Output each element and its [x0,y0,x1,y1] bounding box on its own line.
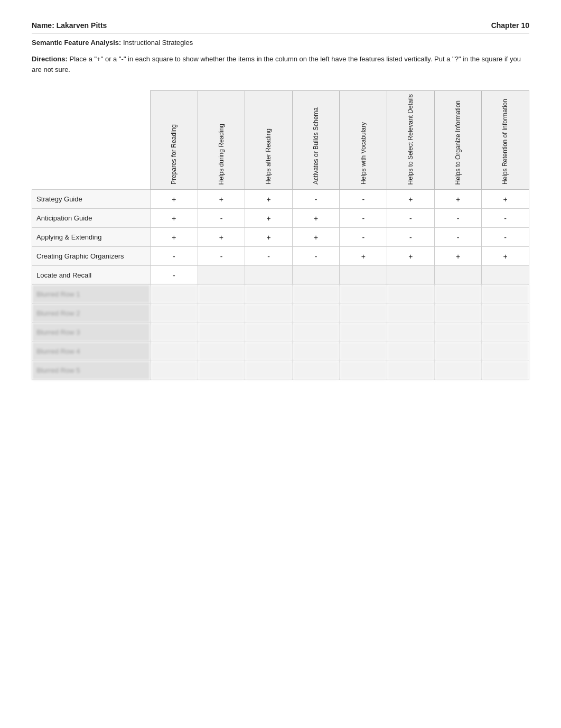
cell-9-1[interactable] [198,361,245,380]
subtitle-row: Semantic Feature Analysis: Instructional… [32,39,529,47]
cell-0-1[interactable]: + [198,190,245,209]
cell-8-4[interactable] [340,342,387,361]
row-label-8: Blurred Row 4 [32,342,151,361]
cell-1-5[interactable]: - [387,209,435,228]
cell-4-3[interactable] [292,266,340,285]
row-label-9: Blurred Row 5 [32,361,151,380]
cell-9-4[interactable] [340,361,387,380]
cell-2-1[interactable]: + [198,228,245,247]
cell-1-3[interactable]: + [292,209,340,228]
cell-2-4[interactable]: - [340,228,387,247]
cell-6-2[interactable] [245,304,293,323]
cell-4-2[interactable] [245,266,293,285]
cell-8-0[interactable] [151,342,198,361]
cell-2-3[interactable]: + [292,228,340,247]
row-label-7: Blurred Row 3 [32,323,151,342]
cell-0-7[interactable]: + [482,190,529,209]
cell-9-2[interactable] [245,361,293,380]
cell-8-2[interactable] [245,342,293,361]
cell-8-1[interactable] [198,342,245,361]
cell-5-3[interactable] [292,285,340,304]
cell-6-0[interactable] [151,304,198,323]
cell-1-0[interactable]: + [151,209,198,228]
cell-6-3[interactable] [292,304,340,323]
cell-6-5[interactable] [387,304,435,323]
cell-5-0[interactable] [151,285,198,304]
row-label-6: Blurred Row 2 [32,304,151,323]
row-label-0: Strategy Guide [32,190,151,209]
cell-9-0[interactable] [151,361,198,380]
cell-7-3[interactable] [292,323,340,342]
cell-8-3[interactable] [292,342,340,361]
cell-7-0[interactable] [151,323,198,342]
table-row: Anticipation Guide+-++---- [32,209,529,228]
cell-2-7[interactable]: - [482,228,529,247]
table-row: Blurred Row 4 [32,342,529,361]
cell-3-0[interactable]: - [151,247,198,266]
cell-3-6[interactable]: + [434,247,482,266]
directions-normal: Place a "+" or a "-" in each square to s… [32,55,521,73]
cell-7-4[interactable] [340,323,387,342]
cell-8-7[interactable] [482,342,529,361]
cell-7-5[interactable] [387,323,435,342]
cell-6-7[interactable] [482,304,529,323]
cell-3-1[interactable]: - [198,247,245,266]
cell-3-7[interactable]: + [482,247,529,266]
empty-header-cell [32,91,151,190]
cell-6-4[interactable] [340,304,387,323]
cell-8-6[interactable] [434,342,482,361]
col-header-2: Helps after Reading [245,91,293,190]
cell-0-5[interactable]: + [387,190,435,209]
cell-7-2[interactable] [245,323,293,342]
cell-1-1[interactable]: - [198,209,245,228]
cell-5-4[interactable] [340,285,387,304]
cell-4-4[interactable] [340,266,387,285]
cell-3-3[interactable]: - [292,247,340,266]
table-row: Applying & Extending++++---- [32,228,529,247]
cell-3-2[interactable]: - [245,247,293,266]
cell-1-4[interactable]: - [340,209,387,228]
cell-3-4[interactable]: + [340,247,387,266]
cell-2-2[interactable]: + [245,228,293,247]
cell-5-2[interactable] [245,285,293,304]
cell-1-7[interactable]: - [482,209,529,228]
cell-2-6[interactable]: - [434,228,482,247]
row-label-3: Creating Graphic Organizers [32,247,151,266]
cell-7-7[interactable] [482,323,529,342]
cell-0-6[interactable]: + [434,190,482,209]
cell-6-1[interactable] [198,304,245,323]
cell-9-3[interactable] [292,361,340,380]
cell-1-2[interactable]: + [245,209,293,228]
col-header-0: Prepares for Reading [151,91,198,190]
cell-9-5[interactable] [387,361,435,380]
cell-7-6[interactable] [434,323,482,342]
cell-2-5[interactable]: - [387,228,435,247]
header-section: Name: Lakarven Pitts Chapter 10 [32,21,529,33]
cell-4-7[interactable] [482,266,529,285]
row-label-4: Locate and Recall [32,266,151,285]
row-label-5: Blurred Row 1 [32,285,151,304]
row-label-2: Applying & Extending [32,228,151,247]
cell-4-1[interactable] [198,266,245,285]
cell-0-4[interactable]: - [340,190,387,209]
cell-4-5[interactable] [387,266,435,285]
cell-5-7[interactable] [482,285,529,304]
col-header-6: Helps to Organize Information [434,91,482,190]
cell-4-0[interactable]: - [151,266,198,285]
cell-7-1[interactable] [198,323,245,342]
cell-5-1[interactable] [198,285,245,304]
cell-0-3[interactable]: - [292,190,340,209]
cell-9-7[interactable] [482,361,529,380]
cell-9-6[interactable] [434,361,482,380]
cell-2-0[interactable]: + [151,228,198,247]
cell-0-0[interactable]: + [151,190,198,209]
cell-0-2[interactable]: + [245,190,293,209]
cell-6-6[interactable] [434,304,482,323]
cell-4-6[interactable] [434,266,482,285]
cell-5-5[interactable] [387,285,435,304]
cell-8-5[interactable] [387,342,435,361]
cell-5-6[interactable] [434,285,482,304]
table-row: Strategy Guide+++--+++ [32,190,529,209]
cell-3-5[interactable]: + [387,247,435,266]
cell-1-6[interactable]: - [434,209,482,228]
